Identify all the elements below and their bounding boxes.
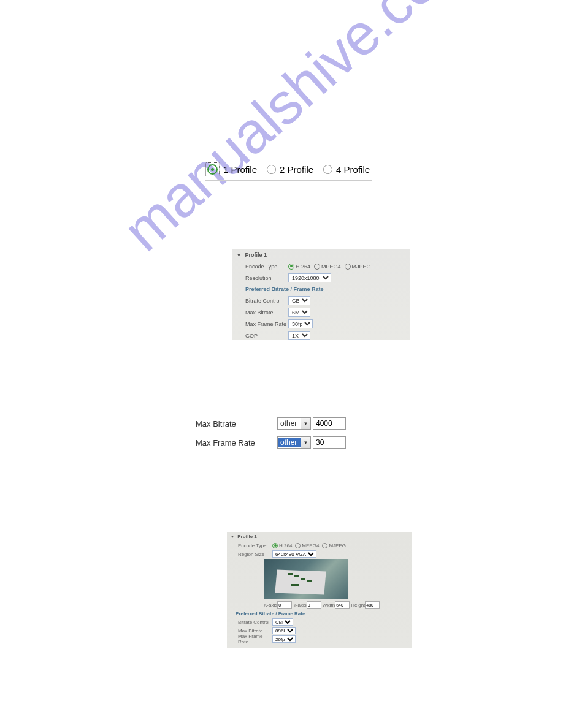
profile-region-header[interactable]: Profile 1 <box>227 532 412 541</box>
max-bitrate-custom-row: Max Bitrate other ▼ <box>196 415 346 431</box>
gop-select[interactable]: 1X <box>288 331 310 340</box>
max-bitrate-input[interactable] <box>313 417 346 430</box>
radio-mpeg4[interactable] <box>314 264 320 270</box>
max-bitrate-custom-label: Max Bitrate <box>196 419 277 428</box>
max-framerate-label: Max Frame Rate <box>245 321 288 327</box>
y-axis-label: Y-axis <box>293 602 307 608</box>
coords-row: X-axis Y-axis Width Height <box>227 601 412 609</box>
max-bitrate-select-b[interactable]: 896K <box>272 627 296 634</box>
label-h264-b: H.264 <box>279 543 292 548</box>
profile1-title: Profile 1 <box>245 252 267 258</box>
max-framerate-input[interactable] <box>313 436 346 449</box>
max-bitrate-combobox[interactable]: other ▼ <box>277 417 311 430</box>
radio-h264-b[interactable] <box>272 543 278 548</box>
radio-1-profile[interactable] <box>205 162 220 176</box>
bitrate-control-row: Bitrate Control CBR <box>232 295 410 306</box>
height-label: Height <box>351 602 365 608</box>
max-framerate-label-b: Max Frame Rate <box>238 634 272 645</box>
preferred-section-label: Preferred Bitrate / Frame Rate <box>232 284 410 295</box>
max-framerate-combobox[interactable]: other ▼ <box>277 436 311 449</box>
dropdown-icon: ▼ <box>301 437 310 448</box>
profile1-header[interactable]: Profile 1 <box>232 249 410 260</box>
label-1-profile: 1 Profile <box>223 164 257 175</box>
radio-2-profile[interactable] <box>267 165 276 174</box>
region-size-row: Region Size 640x480 VGA <box>227 550 412 558</box>
profile-region-panel: Profile 1 Encode Type H.264 MPEG4 MJPEG … <box>227 532 412 648</box>
encode-type-label-b: Encode Type <box>238 543 272 548</box>
x-axis-input[interactable] <box>277 601 292 609</box>
max-framerate-row: Max Frame Rate 30fps <box>232 318 410 330</box>
radio-mjpeg-b[interactable] <box>322 543 327 548</box>
max-framerate-combo-text: other <box>278 438 301 447</box>
gop-row: GOP 1X <box>232 330 410 341</box>
width-label: Width <box>323 602 335 608</box>
dropdown-icon: ▼ <box>301 418 310 429</box>
region-size-select[interactable]: 640x480 VGA <box>272 550 316 558</box>
radio-4-profile[interactable] <box>323 165 332 174</box>
label-mpeg4: MPEG4 <box>321 264 341 270</box>
bitrate-control-label-b: Bitrate Control <box>238 620 272 625</box>
resolution-select[interactable]: 1920x1080 <box>288 273 331 282</box>
max-bitrate-combo-text: other <box>278 419 301 428</box>
gop-label: GOP <box>245 333 288 339</box>
max-bitrate-label: Max Bitrate <box>245 309 288 316</box>
max-bitrate-select[interactable]: 6M <box>288 308 310 317</box>
encode-type-label: Encode Type <box>245 264 288 270</box>
label-4-profile: 4 Profile <box>336 164 370 175</box>
max-bitrate-row: Max Bitrate 6M <box>232 306 410 318</box>
radio-mpeg4-b[interactable] <box>295 543 301 548</box>
profile-region-title: Profile 1 <box>237 534 257 539</box>
bitrate-control-row-b: Bitrate Control CBR <box>227 618 412 626</box>
radio-mjpeg[interactable] <box>345 264 351 270</box>
width-input[interactable] <box>335 601 350 609</box>
region-preview[interactable] <box>264 559 348 599</box>
height-input[interactable] <box>365 601 380 609</box>
radio-checked-icon <box>207 164 218 175</box>
max-framerate-select-b[interactable]: 20fps <box>272 635 296 643</box>
resolution-label: Resolution <box>245 275 288 281</box>
label-mjpeg-b: MJPEG <box>329 543 346 548</box>
max-bitrate-label-b: Max Bitrate <box>238 628 272 634</box>
bitrate-control-select-b[interactable]: CBR <box>272 618 293 626</box>
profile1-panel: Profile 1 Encode Type H.264 MPEG4 MJPEG … <box>232 249 410 340</box>
watermark-text: manualshive.com <box>110 0 485 264</box>
label-mpeg4-b: MPEG4 <box>302 543 319 548</box>
preferred-section-label-b: Preferred Bitrate / Frame Rate <box>227 609 412 618</box>
max-framerate-select[interactable]: 30fps <box>288 319 313 328</box>
custom-rate-panel: Max Bitrate other ▼ Max Frame Rate other… <box>196 415 346 453</box>
resolution-row: Resolution 1920x1080 <box>232 272 410 284</box>
encode-type-row: Encode Type H.264 MPEG4 MJPEG <box>232 260 410 272</box>
max-framerate-row-b: Max Frame Rate 20fps <box>227 635 412 643</box>
bitrate-control-select[interactable]: CBR <box>288 296 310 305</box>
label-h264: H.264 <box>296 264 310 270</box>
profile-count-group: 1 Profile 2 Profile 4 Profile <box>205 162 372 181</box>
label-mjpeg: MJPEG <box>352 264 371 270</box>
radio-h264[interactable] <box>288 264 294 270</box>
y-axis-input[interactable] <box>307 601 321 609</box>
label-2-profile: 2 Profile <box>280 164 313 175</box>
x-axis-label: X-axis <box>264 602 277 608</box>
bitrate-control-label: Bitrate Control <box>245 298 288 304</box>
encode-type-row-b: Encode Type H.264 MPEG4 MJPEG <box>227 541 412 550</box>
max-framerate-custom-row: Max Frame Rate other ▼ <box>196 434 346 450</box>
region-size-label: Region Size <box>238 552 272 557</box>
max-framerate-custom-label: Max Frame Rate <box>196 438 277 447</box>
